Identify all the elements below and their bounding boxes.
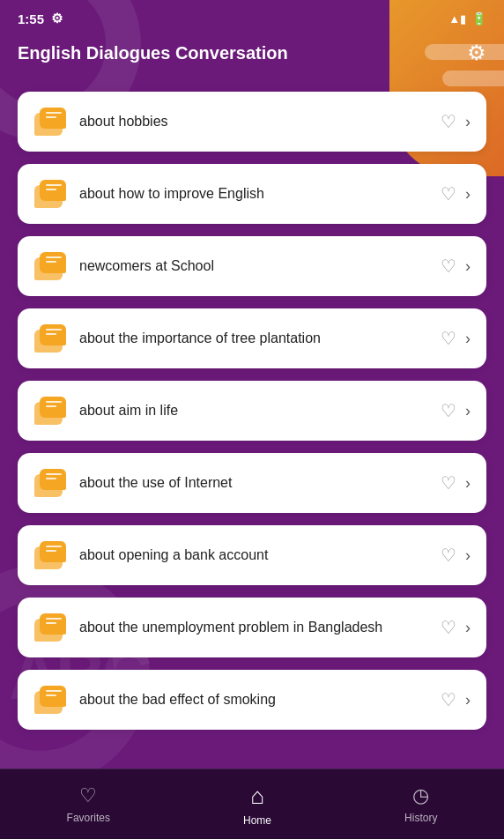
list-item[interactable]: newcomers at School ♡ › xyxy=(18,236,486,296)
navigate-button[interactable]: › xyxy=(463,328,472,350)
list-item[interactable]: about the bad effect of smoking ♡ › xyxy=(18,670,486,730)
item-title: about the use of Internet xyxy=(79,474,437,493)
item-actions: ♡ › xyxy=(437,182,472,206)
favorites-label: Favorites xyxy=(67,812,110,824)
status-bar: 1:55 ⚙ ▲▮ 🔋 xyxy=(0,0,504,33)
item-actions: ♡ › xyxy=(437,398,472,423)
item-title: about the bad effect of smoking xyxy=(79,691,437,709)
chat-icon xyxy=(32,104,67,139)
list-item[interactable]: about how to improve English ♡ › xyxy=(18,164,486,224)
navigate-button[interactable]: › xyxy=(463,545,472,567)
navigate-button[interactable]: › xyxy=(463,111,472,133)
item-actions: ♡ › xyxy=(437,615,472,640)
item-actions: ♡ › xyxy=(437,543,472,568)
dialogue-list: about hobbies ♡ › about how to improve xyxy=(0,83,504,746)
favorite-button[interactable]: ♡ xyxy=(437,543,460,568)
list-item[interactable]: about the unemployment problem in Bangla… xyxy=(18,598,486,657)
chat-icon xyxy=(32,393,67,428)
favorite-button[interactable]: ♡ xyxy=(437,398,460,423)
item-title: about the importance of tree plantation xyxy=(79,330,437,348)
nav-home[interactable]: ⌂ Home xyxy=(226,776,289,834)
history-label: History xyxy=(404,812,437,824)
favorite-button[interactable]: ♡ xyxy=(437,182,460,206)
favorite-button[interactable]: ♡ xyxy=(437,109,460,134)
item-title: about hobbies xyxy=(79,113,437,131)
navigate-button[interactable]: › xyxy=(463,400,472,422)
list-item[interactable]: about the use of Internet ♡ › xyxy=(18,453,486,513)
signal-icon: ▲▮ xyxy=(448,12,466,26)
status-time: 1:55 xyxy=(18,11,44,26)
item-title: about the unemployment problem in Bangla… xyxy=(79,619,437,637)
item-actions: ♡ › xyxy=(437,687,472,712)
home-label: Home xyxy=(243,814,271,827)
favorite-button[interactable]: ♡ xyxy=(437,471,460,495)
chat-icon xyxy=(32,321,67,356)
chat-icon xyxy=(32,176,67,212)
chat-icon xyxy=(32,465,67,501)
list-item[interactable]: about opening a bank account ♡ › xyxy=(18,525,486,585)
favorite-button[interactable]: ♡ xyxy=(437,326,460,351)
navigate-button[interactable]: › xyxy=(463,617,472,639)
navigate-button[interactable]: › xyxy=(463,256,472,278)
battery-icon: 🔋 xyxy=(471,11,486,26)
favorite-button[interactable]: ♡ xyxy=(437,254,460,278)
chat-icon xyxy=(32,682,67,717)
favorite-button[interactable]: ♡ xyxy=(437,687,460,712)
item-title: about opening a bank account xyxy=(79,546,437,565)
list-item[interactable]: about hobbies ♡ › xyxy=(18,92,486,152)
settings-button[interactable]: ⚙ xyxy=(467,41,486,65)
nav-history[interactable]: ◷ History xyxy=(387,777,455,831)
nav-favorites[interactable]: ♡ Favorites xyxy=(49,777,128,831)
item-title: about aim in life xyxy=(79,402,437,420)
history-icon: ◷ xyxy=(412,784,429,807)
navigate-button[interactable]: › xyxy=(463,183,472,205)
item-actions: ♡ › xyxy=(437,326,472,351)
item-title: about how to improve English xyxy=(79,185,437,204)
settings-status-icon: ⚙ xyxy=(51,11,63,26)
list-item[interactable]: about aim in life ♡ › xyxy=(18,381,486,441)
favorites-icon: ♡ xyxy=(79,784,97,807)
favorite-button[interactable]: ♡ xyxy=(437,615,460,640)
app-header: English Dialogues Conversation ⚙ xyxy=(0,33,504,83)
chat-icon xyxy=(32,538,67,573)
item-title: newcomers at School xyxy=(79,257,437,276)
navigate-button[interactable]: › xyxy=(463,472,472,494)
chat-icon xyxy=(32,610,67,645)
item-actions: ♡ › xyxy=(437,254,472,278)
bottom-navigation: ♡ Favorites ⌂ Home ◷ History xyxy=(0,768,504,839)
navigate-button[interactable]: › xyxy=(463,689,472,711)
chat-icon xyxy=(32,249,67,284)
item-actions: ♡ › xyxy=(437,109,472,134)
page-title: English Dialogues Conversation xyxy=(18,43,288,63)
home-icon: ⌂ xyxy=(250,783,264,810)
list-item[interactable]: about the importance of tree plantation … xyxy=(18,308,486,368)
item-actions: ♡ › xyxy=(437,471,472,495)
